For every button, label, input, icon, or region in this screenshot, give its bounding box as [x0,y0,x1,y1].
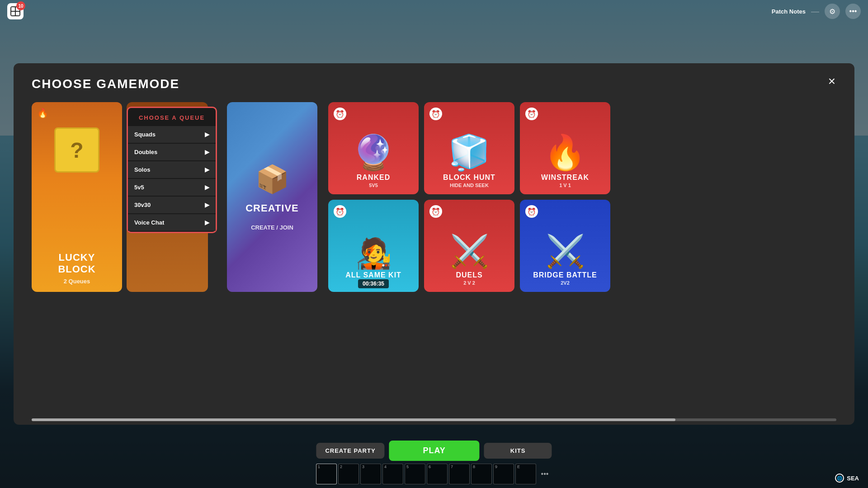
creative-subtitle: CREATE / JOIN [251,224,293,231]
action-bar: CREATE PARTY PLAY KITS [316,441,552,461]
hotbar-num-5: 5 [406,465,409,469]
bridgebattle-clock: ⏰ [525,205,538,218]
queue-item-voice-chat[interactable]: Voice Chat ▶ [128,214,216,231]
ranked-icon: 🔮 [352,136,395,169]
queue-label-5v5: 5v5 [134,184,144,191]
duels-card[interactable]: ⏰ ⚔️ DUELS 2 V 2 [424,200,514,292]
blockhunt-sub: HIDE AND SEEK [450,183,489,188]
hotbar-slot-8[interactable]: 8 [471,464,492,484]
creative-card[interactable]: 📦 CREATIVE CREATE / JOIN [227,102,317,292]
bridgebattle-sub: 2V2 [561,280,570,286]
hotbar-slot-9[interactable]: 9 [493,464,514,484]
blockhunt-card[interactable]: ⏰ 🧊 BLOCK HUNT HIDE AND SEEK [424,102,514,194]
hotbar-num-2: 2 [340,465,342,469]
allsamekit-card[interactable]: ⏰ 🧑‍🎤 ALL SAME KIT SQUADS 00:36:35 [328,200,419,292]
allsamekit-icon: 🧑‍🎤 [355,239,392,268]
queue-item-5v5[interactable]: 5v5 ▶ [128,179,216,196]
fire-badge-lucky: 🔥 [37,108,48,118]
svg-rect-4 [16,12,19,15]
duels-icon: ⚔️ [450,235,489,267]
winstreak-sub: 1 V 1 [559,183,571,188]
lucky-block-subtitle: 2 Queues [64,278,90,285]
lucky-block-card-wrap: 🔥 LUCKY BLOCK 2 Queues 🔥 🍖 CHOOSE A QUEU… [32,102,122,292]
hotbar-more[interactable]: ••• [538,467,552,481]
hotbar-slot-4[interactable]: 4 [382,464,403,484]
svg-rect-1 [11,7,15,11]
queue-arrow-voice-chat: ▶ [205,219,209,226]
scrollbar[interactable] [32,418,836,421]
hotbar-num-8: 8 [473,465,475,469]
hotbar-num-9: 9 [495,465,497,469]
duels-sub: 2 V 2 [463,280,475,286]
queue-label-30v30: 30v30 [134,202,151,208]
winstreak-icon: 🔥 [544,136,586,169]
queue-arrow-solos: ▶ [205,166,209,173]
creative-icon: 📦 [255,163,289,195]
divider: — [811,7,819,16]
hotbar-num-e: E [517,465,520,469]
bridgebattle-card[interactable]: ⏰ ⚔️ BRIDGE BATTLE 2V2 [520,200,610,292]
winstreak-card[interactable]: ⏰ 🔥 WINSTREAK 1 V 1 [520,102,610,194]
allsamekit-clock: ⏰ [334,205,346,218]
hotbar-slot-6[interactable]: 6 [427,464,448,484]
top-left-area: 10 [7,3,24,19]
queue-label-voice-chat: Voice Chat [134,219,164,226]
queue-label-solos: Solos [134,166,150,173]
lucky-block-title: LUCKY BLOCK [39,252,115,275]
modal-title: CHOOSE GAMEMODE [32,77,836,91]
queue-header: CHOOSE A QUEUE [128,108,216,125]
hotbar-slot-1[interactable]: 1 [316,464,337,484]
queue-title: CHOOSE A QUEUE [139,114,205,121]
queue-item-squads[interactable]: Squads ▶ [128,126,216,143]
more-options-button[interactable]: ••• [845,4,861,19]
winstreak-title: WINSTREAK [541,173,589,182]
top-bar: 10 Patch Notes — ⚙ ••• [0,0,868,23]
hotbar-slot-5[interactable]: 5 [405,464,425,484]
hotbar-num-6: 6 [429,465,431,469]
queue-item-solos[interactable]: Solos ▶ [128,161,216,178]
queue-arrow-5v5: ▶ [205,184,209,191]
queue-arrow-squads: ▶ [205,131,209,138]
close-button[interactable]: × [823,72,841,90]
top-right-area: Patch Notes — ⚙ ••• [772,4,861,19]
ranked-card[interactable]: ⏰ 🔮 RANKED 5V5 [328,102,419,194]
hotbar-slot-7[interactable]: 7 [449,464,470,484]
blockhunt-icon: 🧊 [448,136,491,169]
queue-item-30v30[interactable]: 30v30 ▶ [128,197,216,213]
ranked-clock: ⏰ [334,108,346,120]
cards-container: 🔥 LUCKY BLOCK 2 Queues 🔥 🍖 CHOOSE A QUEU… [32,102,836,405]
allsamekit-timer: 00:36:35 [358,279,389,288]
hotbar-num-7: 7 [451,465,453,469]
sea-region-label: SEA [847,475,859,482]
winstreak-clock: ⏰ [525,108,538,120]
queue-arrow-doubles: ▶ [205,149,209,155]
right-grid: ⏰ 🔮 RANKED 5V5 ⏰ 🧊 BLOCK HUNT HIDE AND S… [328,102,610,292]
hotbar-slot-e[interactable]: E [515,464,536,484]
patch-notes-link[interactable]: Patch Notes [772,8,806,15]
lucky-block-card[interactable]: 🔥 LUCKY BLOCK 2 Queues [32,102,122,292]
notification-badge: 10 [16,1,25,10]
gamemode-modal: CHOOSE GAMEMODE × 🔥 LUCKY BLOCK 2 Queues… [14,63,854,425]
lucky-block-icon [54,127,99,173]
queue-popup: CHOOSE A QUEUE Squads ▶ Doubles ▶ Solos … [127,107,217,233]
queue-label-squads: Squads [134,131,156,138]
play-button[interactable]: PLAY [389,441,480,461]
create-party-button[interactable]: CREATE PARTY [316,443,384,459]
hotbar: 1 2 3 4 5 6 7 8 9 E ••• [316,464,552,484]
creative-title: CREATIVE [245,202,299,214]
duels-clock: ⏰ [429,205,442,218]
bridgebattle-title: BRIDGE BATTLE [533,271,597,279]
blockhunt-clock: ⏰ [429,108,442,120]
queue-item-doubles[interactable]: Doubles ▶ [128,144,216,160]
hotbar-slot-2[interactable]: 2 [338,464,359,484]
sea-badge[interactable]: 🌐 SEA [835,474,859,483]
hotbar-num-1: 1 [318,465,320,469]
ranked-sub: 5V5 [369,183,378,188]
kits-button[interactable]: KITS [484,443,552,459]
svg-rect-3 [11,12,15,15]
hotbar-num-3: 3 [362,465,364,469]
globe-icon: 🌐 [835,474,844,483]
settings-button[interactable]: ⚙ [825,4,840,19]
hotbar-slot-3[interactable]: 3 [360,464,381,484]
duels-title: DUELS [456,271,482,279]
